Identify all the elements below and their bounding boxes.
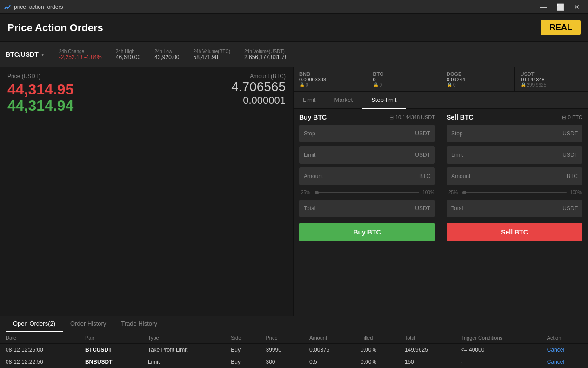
price-ask: 44,314.95 <box>7 81 74 98</box>
balance-usdt-locked: 🔒 299.9625 <box>521 82 583 87</box>
sell-stop-currency: USDT <box>562 130 578 137</box>
ticker-high-value: 46,680.00 <box>116 54 140 60</box>
cell-action[interactable]: Cancel <box>541 356 588 368</box>
sell-slider[interactable]: 25% 100% <box>447 189 582 196</box>
buy-stop-currency: USDT <box>415 130 430 137</box>
sell-slider-handle[interactable] <box>462 191 466 194</box>
tab-order-history[interactable]: Order History <box>63 316 114 332</box>
bottom-tabs: Open Orders(2) Order History Trade Histo… <box>0 316 588 332</box>
sell-stop-input[interactable]: Stop USDT <box>447 125 582 142</box>
cell-pair: BTCUSDT <box>80 344 142 356</box>
balance-bnb-amount: 0.00003393 <box>299 77 361 82</box>
buy-stop-input[interactable]: Stop USDT <box>299 125 435 142</box>
tab-market[interactable]: Market <box>325 92 362 109</box>
close-button[interactable]: ✕ <box>569 0 584 14</box>
balance-usdt-amount: 10.144348 <box>521 77 583 82</box>
ticker-high-stat: 24h High 46,680.00 <box>116 49 140 60</box>
buy-slider[interactable]: 25% 100% <box>299 189 435 196</box>
sell-amount-input[interactable]: Amount BTC <box>447 167 582 185</box>
content-area: Price (USDT) 44,314.95 44,314.94 Amount … <box>0 67 588 368</box>
tab-stop-limit[interactable]: Stop-limit <box>362 92 406 109</box>
buy-col-title: Buy BTC <box>299 114 327 121</box>
tab-limit[interactable]: Limit <box>294 92 325 109</box>
buy-slider-track[interactable] <box>315 192 419 193</box>
cell-pair: BNBUSDT <box>80 356 142 368</box>
sell-col-header: Sell BTC ⊟ 0 BTC <box>447 114 582 121</box>
ticker-change-value: -2,252.13 -4.84% <box>59 54 102 60</box>
price-panel: Price (USDT) 44,314.95 44,314.94 Amount … <box>0 67 293 316</box>
buy-total-input[interactable]: Total USDT <box>299 200 435 217</box>
orders-table: Date Pair Type Side Price Amount Filled … <box>0 332 588 368</box>
balance-doge-amount: 0.09244 <box>447 77 509 82</box>
lock-icon-bnb: 🔒 <box>299 82 305 87</box>
minimize-button[interactable]: — <box>536 0 551 14</box>
sell-balance-icon: ⊟ <box>562 114 566 120</box>
buy-column: Buy BTC ⊟ 10.144348 USDT Stop USDT Limit… <box>294 109 441 316</box>
titlebar-title: price_action_orders <box>14 4 63 10</box>
tab-trade-history[interactable]: Trade History <box>114 316 165 332</box>
buy-button[interactable]: Buy BTC <box>299 223 435 241</box>
sell-limit-label: Limit <box>451 152 562 158</box>
table-header-row: Date Pair Type Side Price Amount Filled … <box>0 332 588 344</box>
table-row: 08-12 12:25:00 BTCUSDT Take Profit Limit… <box>0 344 588 356</box>
amount-label: Amount (BTC) <box>231 73 286 80</box>
sell-col-title: Sell BTC <box>447 114 474 121</box>
cell-trigger: - <box>455 356 541 368</box>
app-title: Price Action Orders <box>7 22 103 34</box>
sell-column: Sell BTC ⊟ 0 BTC Stop USDT Limit USDT <box>441 109 588 316</box>
top-content: Price (USDT) 44,314.95 44,314.94 Amount … <box>0 67 588 316</box>
cell-trigger: <= 40000 <box>455 344 541 356</box>
sell-limit-input[interactable]: Limit USDT <box>447 146 582 164</box>
tab-open-orders[interactable]: Open Orders(2) <box>6 316 63 332</box>
ticker-vol-usdt-label: 24h Volume(USDT) <box>244 49 285 54</box>
sell-button[interactable]: Sell BTC <box>447 223 582 241</box>
cell-total: 150 <box>399 356 455 368</box>
ticker-vol-btc-label: 24h Volume(BTC) <box>194 49 230 54</box>
ticker-low-stat: 24h Low 43,920.00 <box>154 49 179 60</box>
buy-total-label: Total <box>304 205 415 212</box>
maximize-button[interactable]: ⬜ <box>553 0 568 14</box>
sell-pct-100: 100% <box>569 190 582 195</box>
balance-doge-locked: 🔒 0 <box>447 82 509 87</box>
buy-col-balance: ⊟ 10.144348 USDT <box>389 114 435 120</box>
th-trigger: Trigger Conditions <box>455 332 541 344</box>
cancel-link[interactable]: Cancel <box>547 359 564 365</box>
app-header: Price Action Orders REAL <box>0 14 588 42</box>
order-tabs: Limit Market Stop-limit <box>294 92 588 109</box>
balance-usdt-coin: USDT <box>521 71 583 77</box>
cell-type: Limit <box>142 356 225 368</box>
cell-price: 300 <box>260 356 304 368</box>
sell-col-balance: ⊟ 0 BTC <box>562 114 582 120</box>
balance-btc: BTC 0 🔒 0 <box>368 67 441 91</box>
sell-total-input[interactable]: Total USDT <box>447 200 582 217</box>
amount-display-1: 4.706565 <box>231 80 286 94</box>
buy-balance-value: 10.144348 USDT <box>395 114 435 120</box>
pair-dropdown-icon: ▼ <box>40 52 45 57</box>
ticker-change-stat: 24h Change -2,252.13 -4.84% <box>59 49 102 60</box>
buy-limit-currency: USDT <box>415 152 430 158</box>
balance-bnb-coin: BNB <box>299 71 361 77</box>
buy-stop-label: Stop <box>304 130 415 137</box>
app-icon <box>4 3 11 11</box>
cell-date: 08-12 12:22:56 <box>0 356 80 368</box>
sell-amount-currency: BTC <box>567 173 578 180</box>
th-action: Action <box>541 332 588 344</box>
price-bid: 44,314.94 <box>7 98 74 114</box>
cell-date: 08-12 12:25:00 <box>0 344 80 356</box>
cancel-link[interactable]: Cancel <box>547 347 564 353</box>
cell-side: Buy <box>225 344 260 356</box>
cell-action[interactable]: Cancel <box>541 344 588 356</box>
pair-selector[interactable]: BTC/USDT ▼ <box>6 51 45 58</box>
buy-col-header: Buy BTC ⊟ 10.144348 USDT <box>299 114 435 121</box>
ticker-change-label: 24h Change <box>59 49 85 54</box>
sell-slider-track[interactable] <box>462 192 567 193</box>
sell-balance-value: 0 BTC <box>568 114 582 120</box>
buy-limit-input[interactable]: Limit USDT <box>299 146 435 164</box>
th-amount: Amount <box>304 332 355 344</box>
buy-slider-handle[interactable] <box>315 191 319 194</box>
buy-pct-100: 100% <box>422 190 435 195</box>
buy-amount-input[interactable]: Amount BTC <box>299 167 435 185</box>
ticker-vol-usdt-stat: 24h Volume(USDT) 2,656,177,831.78 <box>244 49 287 60</box>
sell-amount-label: Amount <box>451 173 567 180</box>
buy-total-currency: USDT <box>415 205 430 212</box>
